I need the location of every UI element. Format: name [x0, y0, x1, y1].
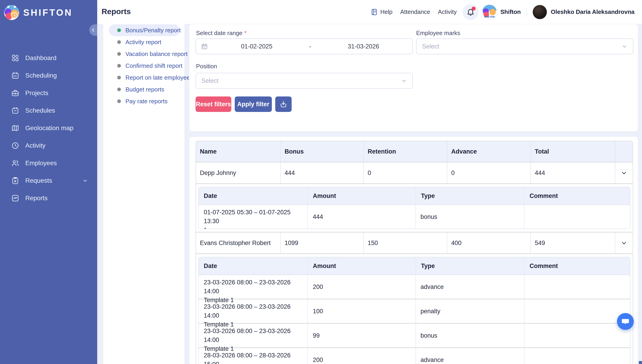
sidebar-collapse-button[interactable]: [89, 24, 97, 36]
position-label: Position: [196, 63, 217, 70]
shifton-logo-icon: [4, 5, 19, 20]
sidebar-item-schedules[interactable]: Schedules: [0, 102, 97, 119]
report-nav-activity[interactable]: Activity report: [109, 36, 180, 48]
date-range-separator: -: [306, 43, 315, 50]
chevron-down-icon[interactable]: [82, 178, 88, 184]
user-avatar[interactable]: [533, 5, 547, 19]
brand-name: SHIFTON: [23, 8, 73, 18]
sidebar: SHIFTON Dashboard Scheduling Projects: [0, 0, 97, 364]
detail-amount: 444: [307, 205, 415, 229]
chevron-down-icon: [620, 240, 627, 246]
sidebar-item-label: Scheduling: [25, 72, 57, 79]
detail-col-type: Type: [415, 187, 524, 204]
detail-col-comment: Comment: [524, 187, 630, 204]
col-header-advance: Advance: [447, 141, 530, 162]
active-dot-icon: [117, 28, 121, 32]
activity-link[interactable]: Activity: [438, 8, 457, 16]
report-nav-pay-rate[interactable]: Pay rate reports: [109, 95, 180, 107]
col-header-retention: Retention: [363, 141, 447, 162]
detail-row: 01-07-2025 05:30 – 01-07-2025 13:30 1 44…: [199, 205, 630, 229]
sidebar-item-activity[interactable]: Activity: [0, 137, 97, 154]
sidebar-item-dashboard[interactable]: Dashboard: [0, 49, 97, 67]
report-nav-late-employees[interactable]: Report on late employees: [109, 72, 180, 84]
detail-col-comment: Comment: [524, 257, 630, 274]
reset-filters-button[interactable]: Reset filters: [196, 96, 231, 112]
report-nav-bonus-penalty[interactable]: Bonus/Penalty report: [109, 24, 180, 36]
detail-amount: 99: [307, 324, 415, 348]
position-select[interactable]: Select: [196, 73, 413, 89]
detail-col-type: Type: [415, 257, 524, 274]
collapse-row-button[interactable]: [615, 232, 633, 254]
report-nav-vacation-balance[interactable]: Vacation balance report: [109, 48, 180, 60]
detail-date: 23-03-2026 08:00 – 23-03-2026 14:00 Temp…: [199, 324, 307, 348]
help-link[interactable]: Help: [370, 8, 392, 16]
sidebar-item-scheduling[interactable]: Scheduling: [0, 67, 97, 84]
sidebar-item-projects[interactable]: Projects: [0, 84, 97, 102]
sidebar-item-label: Geolocation map: [25, 124, 74, 132]
date-range-input[interactable]: 01-02-2025 - 31-03-2026: [196, 38, 413, 54]
sidebar-item-geolocation-map[interactable]: Geolocation map: [0, 119, 97, 137]
detail-date: 23-03-2026 08:00 – 23-03-2026 14:00 Temp…: [199, 275, 307, 299]
required-asterisk: *: [244, 30, 247, 36]
cell-advance: 0: [447, 162, 530, 183]
company-avatar[interactable]: SHIFTON: [482, 5, 497, 19]
sidebar-item-employees[interactable]: Employees: [0, 154, 97, 172]
detail-col-date: Date: [199, 257, 307, 274]
employee-marks-placeholder: Select: [422, 43, 621, 50]
chat-bubble-icon: [621, 317, 630, 326]
dot-icon: [117, 76, 121, 80]
attendance-link[interactable]: Attendance: [400, 8, 430, 16]
apply-filter-button[interactable]: Apply filter: [235, 96, 272, 112]
detail-type: bonus: [415, 324, 524, 348]
date-end-value[interactable]: 31-03-2026: [315, 43, 412, 50]
filters-card: Select date range* 01-02-2025 - 31-03-20…: [189, 24, 638, 132]
users-icon: [11, 159, 19, 167]
sidebar-item-requests[interactable]: Requests: [0, 172, 97, 189]
detail-type: advance: [415, 348, 524, 364]
collapse-row-button[interactable]: [615, 162, 633, 183]
detail-comment: [524, 324, 630, 348]
scroll-corner-chip: [639, 361, 642, 364]
help-label: Help: [380, 8, 392, 16]
detail-comment: [524, 205, 630, 229]
chevron-down-icon: [621, 44, 627, 49]
date-start-value[interactable]: 01-02-2025: [208, 43, 306, 50]
cell-retention: 0: [363, 162, 447, 183]
briefcase-icon: [11, 89, 19, 97]
detail-date: 01-07-2025 05:30 – 01-07-2025 13:30 1: [199, 205, 307, 229]
cell-retention: 150: [363, 232, 447, 254]
dot-icon: [117, 52, 121, 56]
sidebar-item-label: Activity: [25, 142, 46, 149]
brand-row: SHIFTON: [4, 5, 73, 20]
employee-row-evans-christopher-robert[interactable]: Evans Christopher Robert 1099 150 400 54…: [196, 232, 633, 254]
clock-glyph: [11, 12, 18, 19]
dot-icon: [117, 40, 121, 44]
detail-table: Date Amount Type Comment 01-07-2025 05:3…: [198, 187, 630, 229]
chat-widget-button[interactable]: [617, 313, 634, 330]
sidebar-item-label: Dashboard: [25, 54, 57, 62]
detail-row: 23-03-2026 08:00 – 23-03-2026 14:00 Temp…: [199, 324, 630, 348]
detail-row: 23-03-2026 08:00 – 23-03-2026 14:00 Temp…: [199, 300, 630, 323]
detail-type: penalty: [415, 300, 524, 323]
download-report-button[interactable]: [275, 96, 292, 112]
user-name[interactable]: Oleshko Daria Aleksandrovna: [551, 8, 634, 16]
detail-comment: [524, 300, 630, 323]
bonus-penalty-table: Name Bonus Retention Advance Total Depp …: [196, 141, 633, 364]
detail-col-date: Date: [199, 187, 307, 204]
cell-name: Depp Johnny: [196, 162, 280, 183]
employee-row-depp-johnny[interactable]: Depp Johnny 444 0 0 444: [196, 162, 633, 183]
notifications-button[interactable]: [463, 4, 478, 20]
cell-bonus: 444: [280, 162, 363, 183]
detail-type: advance: [415, 275, 524, 299]
report-nav-budget[interactable]: Budget reports: [109, 84, 180, 95]
map-icon: [11, 124, 19, 132]
dot-icon: [117, 64, 121, 68]
clipboard-x-icon: [11, 176, 19, 185]
report-nav-confirmed-shift[interactable]: Confirmed shift report: [109, 60, 180, 72]
cell-bonus: 1099: [280, 232, 363, 254]
detail-header-row: Date Amount Type Comment: [199, 257, 630, 275]
company-name[interactable]: Shifton: [500, 8, 521, 16]
employee-marks-select[interactable]: Select: [416, 38, 633, 54]
detail-amount: 100: [307, 300, 415, 323]
sidebar-item-reports[interactable]: Reports: [0, 189, 97, 207]
